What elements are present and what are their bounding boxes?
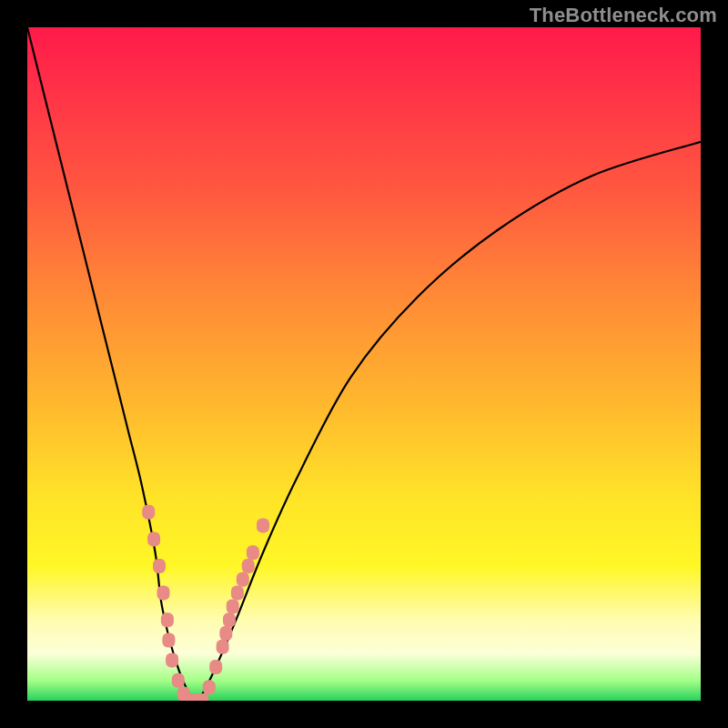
marker-dots-group (142, 505, 269, 701)
marker-dot (223, 612, 236, 627)
marker-dot (142, 505, 155, 520)
marker-dot (257, 519, 269, 533)
marker-dot (157, 586, 170, 601)
marker-dot (162, 632, 175, 647)
marker-dot (161, 612, 174, 627)
marker-dot (231, 586, 244, 601)
marker-dot (153, 559, 166, 573)
marker-dot (147, 531, 160, 546)
chart-plot-area (27, 27, 701, 701)
marker-dot (219, 626, 232, 641)
marker-dot (217, 640, 229, 654)
marker-dot (166, 653, 178, 668)
marker-dot (242, 559, 255, 573)
marker-dot (237, 572, 249, 587)
marker-dot (172, 673, 185, 688)
marker-dot (247, 545, 259, 560)
marker-dot (209, 660, 222, 674)
chart-frame: TheBottleneck.com (0, 0, 728, 728)
marker-dots-svg (27, 27, 701, 701)
marker-dot (227, 599, 239, 613)
watermark-text: TheBottleneck.com (530, 4, 717, 27)
marker-dot (203, 680, 216, 694)
